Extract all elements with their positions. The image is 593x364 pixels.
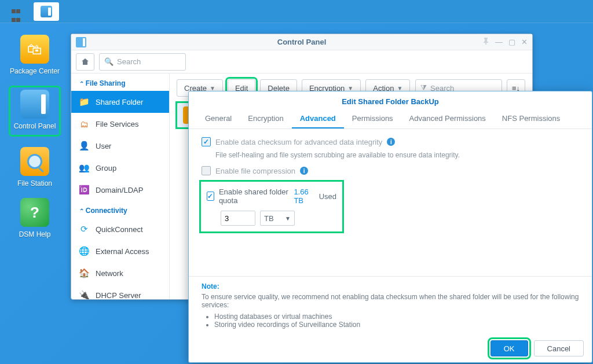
desktop-control-panel[interactable]: Control Panel [9, 86, 61, 137]
desktop-file-station[interactable]: File Station [9, 147, 61, 187]
caret-down-icon: ▼ [397, 85, 402, 91]
desktop-package-center[interactable]: 🛍 Package Center [9, 35, 61, 75]
folder-search-icon [20, 147, 49, 176]
help-icon: ? [20, 198, 49, 227]
maximize-icon[interactable]: ▢ [508, 38, 515, 46]
label-file-compression: Enable file compression [215, 167, 295, 175]
modal-body: Enable data checksum for advanced data i… [189, 129, 592, 276]
ok-button[interactable]: OK [490, 340, 528, 356]
info-icon[interactable]: i [300, 167, 308, 175]
note-title: Note: [202, 282, 579, 291]
checkbox-shared-folder-quota[interactable] [207, 192, 214, 201]
info-icon[interactable]: i [387, 138, 395, 146]
quota-value-input[interactable] [221, 211, 255, 226]
sidebar-item-file-services[interactable]: 🗂File Services [71, 113, 169, 135]
label-shared-folder-quota: Enable shared folder quota [219, 187, 290, 205]
sidebar-item-network[interactable]: 🏠Network [71, 262, 169, 284]
tab-nfs-permissions[interactable]: NFS Permissions [494, 109, 568, 128]
checkbox-data-checksum[interactable] [202, 137, 211, 146]
desktop-dsm-help[interactable]: ? DSM Help [9, 198, 61, 238]
home-button[interactable] [76, 53, 94, 71]
bag-icon: 🛍 [20, 35, 49, 64]
search-toolbar: 🔍 Search [71, 50, 532, 73]
desktop-area: 🛍 Package Center Control Panel File Stat… [0, 23, 69, 238]
network-icon: 🏠 [78, 267, 90, 279]
control-panel-icon [20, 90, 49, 119]
sidebar-search[interactable]: 🔍 Search [99, 53, 186, 71]
sidebar: File Sharing 📁Shared Folder 🗂File Servic… [71, 73, 170, 299]
section-file-sharing[interactable]: File Sharing [71, 73, 169, 91]
caret-down-icon: ▼ [347, 85, 353, 91]
label: Package Center [10, 67, 60, 75]
taskbar [0, 0, 593, 23]
sidebar-item-dhcp-server[interactable]: 🔌DHCP Server [71, 284, 169, 299]
modal-tabs: General Encryption Advanced Permissions … [189, 109, 592, 129]
sidebar-item-group[interactable]: 👥Group [71, 157, 169, 179]
pin-icon[interactable] [482, 38, 489, 46]
note-bullet: Storing video recordings of Surveillance… [214, 321, 579, 329]
modal-footer: OK Cancel [189, 334, 592, 362]
close-icon[interactable]: ✕ [521, 38, 528, 46]
search-icon: 🔍 [104, 57, 114, 66]
section-connectivity[interactable]: Connectivity [71, 201, 169, 218]
share-icon: 📁 [78, 96, 90, 108]
tab-general[interactable]: General [197, 109, 240, 128]
modal-title: Edit Shared Folder BackUp [189, 91, 592, 109]
home-icon [80, 57, 90, 67]
domain-icon: 🆔 [78, 184, 90, 196]
tab-advanced-permissions[interactable]: Advanced Permissions [401, 109, 494, 128]
note-text: To ensure service quality, we recommend … [202, 293, 579, 309]
cancel-button[interactable]: Cancel [534, 340, 584, 356]
quota-unit-select[interactable]: TB▼ [260, 211, 295, 226]
label: Control Panel [14, 122, 56, 130]
control-panel-icon [41, 6, 52, 17]
label-data-checksum: Enable data checksum for advanced data i… [215, 138, 382, 146]
user-icon: 👤 [78, 140, 90, 152]
caret-down-icon: ▼ [210, 85, 215, 91]
group-icon: 👥 [78, 162, 90, 174]
quickconnect-icon: ⟳ [78, 223, 90, 235]
label: File Station [17, 179, 52, 187]
sidebar-item-quickconnect[interactable]: ⟳QuickConnect [71, 218, 169, 240]
tab-encryption[interactable]: Encryption [240, 109, 291, 128]
checkbox-file-compression[interactable] [202, 166, 211, 175]
window-app-icon [76, 37, 86, 47]
label: DSM Help [19, 230, 51, 238]
titlebar[interactable]: Control Panel — ▢ ✕ [71, 34, 532, 50]
taskbar-item-control-panel[interactable] [34, 2, 59, 21]
quota-used-label: Used [319, 192, 336, 201]
minimize-icon[interactable]: — [495, 38, 503, 46]
quota-used-value: 1.66 TB [294, 187, 314, 205]
show-desktop-button[interactable] [3, 2, 29, 21]
sidebar-item-user[interactable]: 👤User [71, 135, 169, 157]
note-area: Note: To ensure service quality, we reco… [189, 276, 592, 334]
sidebar-item-external-access[interactable]: 🌐External Access [71, 240, 169, 262]
caret-down-icon: ▼ [285, 215, 291, 222]
dhcp-icon: 🔌 [78, 289, 90, 299]
tab-permissions[interactable]: Permissions [344, 109, 401, 128]
quota-highlight-box: Enable shared folder quota 1.66 TB Used … [199, 180, 344, 233]
file-icon: 🗂 [78, 118, 90, 130]
search-placeholder: Search [117, 57, 141, 66]
sidebar-item-domain-ldap[interactable]: 🆔Domain/LDAP [71, 179, 169, 201]
tab-advanced[interactable]: Advanced [292, 109, 344, 128]
edit-shared-folder-modal: Edit Shared Folder BackUp General Encryp… [188, 91, 592, 363]
sidebar-item-shared-folder[interactable]: 📁Shared Folder [71, 91, 169, 113]
globe-icon: 🌐 [78, 245, 90, 257]
window-title: Control Panel [277, 38, 327, 46]
note-bullet: Hosting databases or virtual machines [214, 312, 579, 321]
checksum-help-text: File self-healing and file system scrubb… [215, 151, 579, 159]
